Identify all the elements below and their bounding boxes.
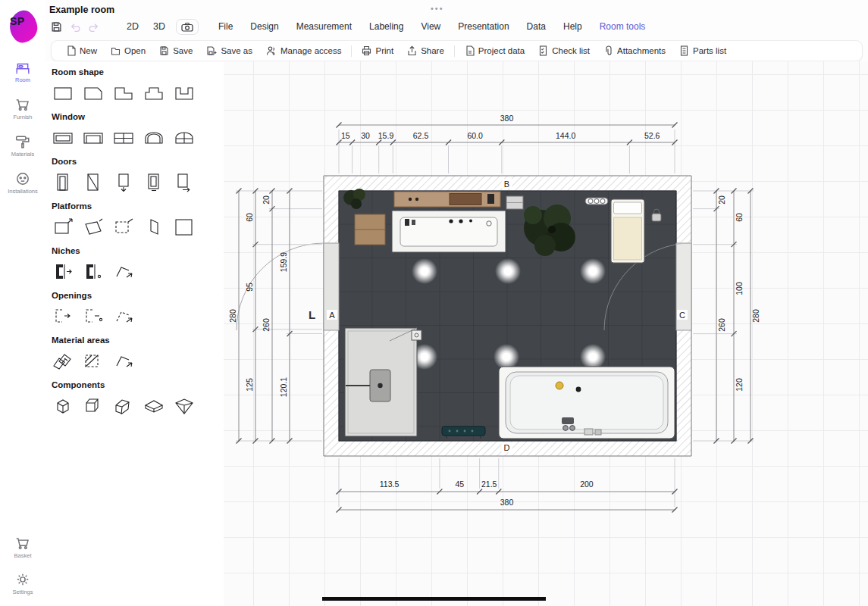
wall-speaker[interactable]	[412, 330, 421, 340]
window-menu-dots[interactable]: •••	[431, 4, 444, 13]
tool-material-area-dashed[interactable]	[80, 350, 106, 373]
tool-component-box[interactable]	[80, 395, 106, 417]
menu-measurement[interactable]: Measurement	[296, 20, 353, 33]
section-title: Doors	[52, 157, 224, 166]
tool-platform-rect[interactable]	[50, 216, 76, 239]
menu-file[interactable]: File	[218, 20, 233, 33]
tool-platform-free[interactable]	[80, 216, 106, 239]
project-data-button[interactable]: Project data	[458, 43, 531, 58]
dim-top-seg: 52.6	[644, 131, 660, 140]
dim-top-total: 380	[500, 114, 514, 123]
sidebar-item-materials[interactable]: Materials	[0, 133, 45, 159]
new-button[interactable]: New	[59, 43, 104, 58]
parts-list-icon	[679, 45, 689, 56]
tool-window-low[interactable]	[80, 127, 106, 149]
parts-list-button[interactable]: Parts list	[672, 43, 733, 58]
bath-accessories[interactable]	[584, 429, 601, 435]
tool-door-swing[interactable]	[80, 171, 106, 194]
camera-button[interactable]	[176, 19, 199, 35]
menu-labeling[interactable]: Labeling	[368, 20, 404, 33]
tool-opening-angled[interactable]	[111, 305, 136, 328]
menu-presentation[interactable]: Presentation	[457, 20, 509, 33]
tool-niche-angled[interactable]	[111, 261, 136, 283]
tool-room-u-shape[interactable]	[171, 82, 197, 105]
wall-cabinet[interactable]	[355, 214, 385, 245]
sidebar-item-installations[interactable]: Installations	[0, 170, 45, 196]
print-button[interactable]: Print	[355, 43, 400, 58]
sidebar-item-furnish[interactable]: Furnish	[0, 96, 45, 122]
rubber-duck[interactable]	[556, 382, 563, 389]
sidebar-item-settings[interactable]: Settings	[0, 571, 45, 597]
app-logo[interactable]: SP	[5, 5, 40, 45]
ceiling-spotlight-bar[interactable]	[585, 198, 608, 205]
shower-enclosure[interactable]	[345, 328, 417, 436]
share-button[interactable]: Share	[400, 43, 451, 58]
tool-door-standard[interactable]	[50, 171, 76, 194]
sidebar-item-room[interactable]: Room	[0, 59, 45, 85]
tool-material-area-angled[interactable]	[111, 350, 136, 373]
tool-room-rectangle[interactable]	[50, 82, 76, 105]
tool-component-rotated-cube[interactable]	[111, 395, 136, 417]
attachments-button[interactable]: Attachments	[597, 43, 672, 58]
tool-door-double[interactable]	[141, 171, 167, 194]
tool-material-area-double[interactable]	[50, 350, 76, 373]
drawing-canvas[interactable]: L	[224, 61, 868, 606]
wall-box[interactable]	[506, 196, 523, 209]
tool-room-l-shape[interactable]	[111, 82, 136, 105]
check-list-button[interactable]: Check list	[531, 43, 597, 58]
vanity-washbasin[interactable]	[392, 211, 506, 252]
window-icon	[52, 128, 74, 148]
menu-view[interactable]: View	[420, 20, 441, 33]
tool-door-sliding-right[interactable]	[171, 171, 197, 194]
menu-data[interactable]: Data	[526, 20, 547, 33]
tool-opening-left[interactable]	[50, 305, 76, 328]
floor-plan[interactable]: L	[224, 61, 868, 606]
bathtub[interactable]	[499, 367, 675, 439]
door-slide-right-icon	[173, 173, 196, 192]
tool-window-arched[interactable]	[141, 127, 167, 149]
undo-button[interactable]	[69, 21, 81, 33]
redo-button[interactable]	[88, 21, 100, 33]
wall-label-c: C	[679, 311, 685, 320]
tool-window-arched-cross[interactable]	[171, 127, 197, 149]
menu-design[interactable]: Design	[249, 20, 279, 33]
bench-bed[interactable]	[611, 199, 644, 263]
save-as-button[interactable]: Save as	[199, 43, 259, 58]
dim-right-total: 280	[751, 309, 760, 323]
save-button[interactable]: Save	[152, 43, 199, 58]
open-button[interactable]: Open	[104, 43, 152, 58]
tool-door-sliding-down[interactable]	[111, 171, 136, 194]
tool-room-t-shape[interactable]	[141, 82, 167, 105]
menu-help[interactable]: Help	[562, 20, 583, 33]
dim-right-seg: 20	[717, 195, 726, 205]
window-arch-cross-icon	[173, 128, 196, 148]
dim-left-seg: 159.9	[279, 252, 288, 272]
bath-faucet[interactable]	[562, 417, 575, 430]
tool-opening-circle[interactable]	[80, 305, 106, 328]
tool-component-cube[interactable]	[50, 395, 76, 417]
tool-component-prism[interactable]	[141, 395, 167, 417]
dim-left-seg: 20	[262, 195, 271, 205]
view-2d-button[interactable]: 2D	[123, 20, 143, 33]
tool-window-standard[interactable]	[50, 127, 76, 149]
tool-platform-dashed[interactable]	[111, 216, 136, 239]
tool-niche-left[interactable]	[50, 261, 76, 283]
tool-platform-square[interactable]	[171, 216, 197, 239]
cube-icon	[52, 396, 74, 416]
platform-vertical-icon	[143, 217, 165, 237]
save-as-icon	[206, 45, 217, 56]
tool-window-cross[interactable]	[111, 127, 136, 149]
dim-left-seg: 120.1	[279, 377, 288, 397]
menu-room-tools[interactable]: Room tools	[599, 20, 647, 33]
tool-platform-vertical[interactable]	[141, 216, 167, 239]
wood-shelf[interactable]	[394, 192, 500, 207]
save-quick-button[interactable]	[51, 21, 62, 33]
tool-room-chamfered[interactable]	[80, 82, 106, 105]
view-3d-button[interactable]: 3D	[149, 20, 169, 33]
manage-access-button[interactable]: Manage access	[259, 43, 349, 58]
section-title: Window	[52, 112, 224, 121]
toolbox-section-material-areas: Material areas	[50, 336, 224, 373]
sidebar-item-basket[interactable]: Basket	[0, 535, 45, 561]
tool-component-pyramid[interactable]	[171, 395, 197, 417]
tool-niche-circle[interactable]	[80, 261, 106, 283]
